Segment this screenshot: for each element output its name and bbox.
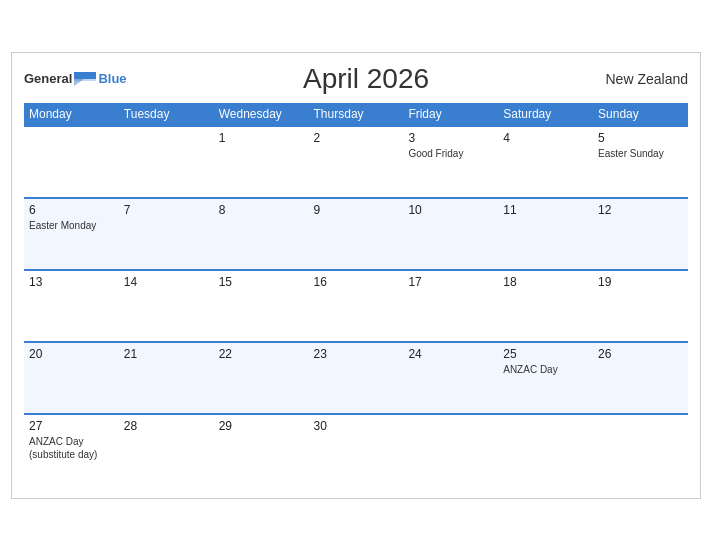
day-number: 20 xyxy=(29,347,114,361)
day-number: 27 xyxy=(29,419,114,433)
day-number: 28 xyxy=(124,419,209,433)
day-number: 23 xyxy=(314,347,399,361)
day-cell: 18 xyxy=(498,270,593,342)
week-row-4: 202122232425ANZAC Day26 xyxy=(24,342,688,414)
day-cell: 17 xyxy=(403,270,498,342)
day-number: 22 xyxy=(219,347,304,361)
day-cell: 3Good Friday xyxy=(403,126,498,198)
weekday-header-row: Monday Tuesday Wednesday Thursday Friday… xyxy=(24,103,688,126)
week-row-1: 123Good Friday45Easter Sunday xyxy=(24,126,688,198)
day-cell: 19 xyxy=(593,270,688,342)
day-cell: 14 xyxy=(119,270,214,342)
day-cell: 24 xyxy=(403,342,498,414)
day-number: 11 xyxy=(503,203,588,217)
day-number: 30 xyxy=(314,419,399,433)
day-cell: 4 xyxy=(498,126,593,198)
day-cell: 5Easter Sunday xyxy=(593,126,688,198)
header-friday: Friday xyxy=(403,103,498,126)
calendar-table: Monday Tuesday Wednesday Thursday Friday… xyxy=(24,103,688,486)
day-cell xyxy=(119,126,214,198)
calendar-container: General Blue April 2026 New Zealand Mond… xyxy=(11,52,701,499)
day-number: 29 xyxy=(219,419,304,433)
day-number: 21 xyxy=(124,347,209,361)
day-cell: 30 xyxy=(309,414,404,486)
day-number: 16 xyxy=(314,275,399,289)
day-cell: 2 xyxy=(309,126,404,198)
day-cell: 8 xyxy=(214,198,309,270)
day-cell: 11 xyxy=(498,198,593,270)
header-saturday: Saturday xyxy=(498,103,593,126)
day-number: 4 xyxy=(503,131,588,145)
day-cell: 16 xyxy=(309,270,404,342)
day-cell: 21 xyxy=(119,342,214,414)
day-number: 1 xyxy=(219,131,304,145)
day-cell: 12 xyxy=(593,198,688,270)
day-number: 2 xyxy=(314,131,399,145)
day-cell: 28 xyxy=(119,414,214,486)
logo-blue-text: Blue xyxy=(98,71,126,86)
day-number: 8 xyxy=(219,203,304,217)
logo: General Blue xyxy=(24,71,127,86)
day-event: Easter Sunday xyxy=(598,147,683,160)
header-sunday: Sunday xyxy=(593,103,688,126)
calendar-title: April 2026 xyxy=(303,63,429,95)
day-number: 18 xyxy=(503,275,588,289)
day-number: 15 xyxy=(219,275,304,289)
day-number: 17 xyxy=(408,275,493,289)
logo-general-text: General xyxy=(24,71,72,86)
day-cell: 20 xyxy=(24,342,119,414)
day-cell: 7 xyxy=(119,198,214,270)
day-cell: 10 xyxy=(403,198,498,270)
week-row-2: 6Easter Monday789101112 xyxy=(24,198,688,270)
day-cell: 6Easter Monday xyxy=(24,198,119,270)
header-thursday: Thursday xyxy=(309,103,404,126)
day-number: 9 xyxy=(314,203,399,217)
day-cell: 15 xyxy=(214,270,309,342)
header-wednesday: Wednesday xyxy=(214,103,309,126)
day-cell: 26 xyxy=(593,342,688,414)
day-event: Good Friday xyxy=(408,147,493,160)
day-cell: 1 xyxy=(214,126,309,198)
day-number: 24 xyxy=(408,347,493,361)
day-cell: 25ANZAC Day xyxy=(498,342,593,414)
day-cell: 29 xyxy=(214,414,309,486)
day-event: Easter Monday xyxy=(29,219,114,232)
day-cell: 22 xyxy=(214,342,309,414)
day-number: 19 xyxy=(598,275,683,289)
week-row-3: 13141516171819 xyxy=(24,270,688,342)
day-number: 3 xyxy=(408,131,493,145)
svg-rect-3 xyxy=(74,77,96,81)
day-number: 10 xyxy=(408,203,493,217)
day-number: 7 xyxy=(124,203,209,217)
header-tuesday: Tuesday xyxy=(119,103,214,126)
day-number: 5 xyxy=(598,131,683,145)
day-event: ANZAC Day xyxy=(503,363,588,376)
day-cell: 9 xyxy=(309,198,404,270)
day-number: 13 xyxy=(29,275,114,289)
day-cell: 27ANZAC Day (substitute day) xyxy=(24,414,119,486)
day-number: 14 xyxy=(124,275,209,289)
day-number: 6 xyxy=(29,203,114,217)
day-cell xyxy=(24,126,119,198)
day-number: 25 xyxy=(503,347,588,361)
calendar-header: General Blue April 2026 New Zealand xyxy=(24,63,688,95)
week-row-5: 27ANZAC Day (substitute day)282930 xyxy=(24,414,688,486)
logo-flag-icon xyxy=(74,72,96,86)
day-number: 26 xyxy=(598,347,683,361)
day-number: 12 xyxy=(598,203,683,217)
header-monday: Monday xyxy=(24,103,119,126)
day-cell xyxy=(403,414,498,486)
day-cell: 13 xyxy=(24,270,119,342)
calendar-country: New Zealand xyxy=(606,71,689,87)
day-cell: 23 xyxy=(309,342,404,414)
day-cell xyxy=(593,414,688,486)
day-cell xyxy=(498,414,593,486)
day-event: ANZAC Day (substitute day) xyxy=(29,435,114,461)
